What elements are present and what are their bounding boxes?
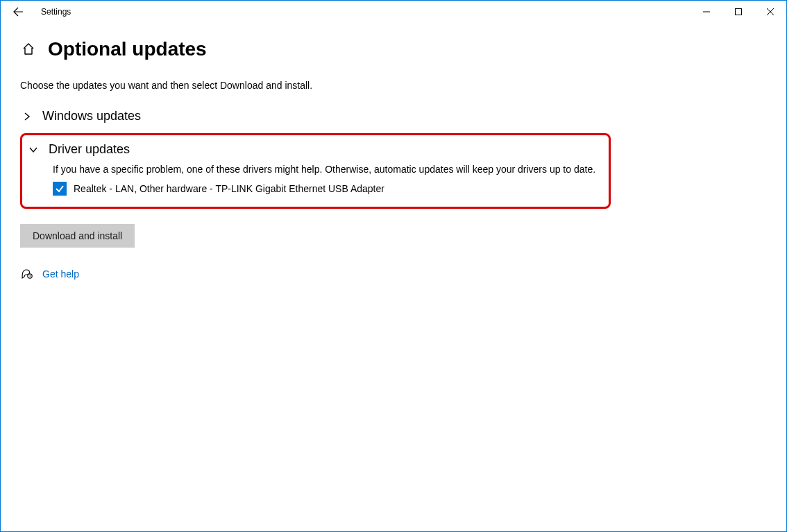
driver-item-row: Realtek - LAN, Other hardware - TP-LINK … [53, 182, 602, 196]
back-button[interactable] [5, 1, 31, 23]
download-install-button[interactable]: Download and install [20, 224, 135, 248]
help-icon [20, 267, 34, 281]
section-driver-updates-toggle[interactable]: Driver updates [26, 139, 602, 160]
window-controls [691, 1, 786, 23]
driver-item-checkbox[interactable] [53, 182, 67, 196]
section-windows-updates-title: Windows updates [42, 109, 141, 123]
window-title: Settings [41, 7, 71, 17]
svg-rect-0 [736, 9, 742, 15]
chevron-down-icon [26, 145, 40, 155]
page-header: Optional updates [20, 38, 767, 60]
close-icon [767, 8, 774, 15]
checkmark-icon [55, 184, 65, 194]
titlebar: Settings [1, 1, 786, 23]
content-area: Optional updates Choose the updates you … [1, 23, 786, 281]
minimize-icon [703, 8, 710, 15]
maximize-icon [735, 8, 742, 15]
home-icon [22, 42, 35, 56]
home-button[interactable] [20, 41, 37, 58]
svg-point-2 [30, 277, 31, 278]
maximize-button[interactable] [722, 1, 754, 23]
section-windows-updates-toggle[interactable]: Windows updates [20, 106, 767, 126]
section-windows-updates: Windows updates [20, 106, 767, 126]
help-row: Get help [20, 267, 767, 281]
arrow-left-icon [12, 6, 24, 17]
settings-window: Settings Optional updates Choose the upd… [0, 0, 787, 532]
section-driver-updates-title: Driver updates [49, 142, 130, 157]
page-title: Optional updates [48, 38, 207, 60]
driver-item-label: Realtek - LAN, Other hardware - TP-LINK … [74, 183, 384, 194]
get-help-link[interactable]: Get help [42, 268, 79, 280]
driver-updates-description: If you have a specific problem, one of t… [53, 164, 602, 175]
highlighted-driver-updates: Driver updates If you have a specific pr… [20, 133, 611, 209]
page-instruction: Choose the updates you want and then sel… [20, 80, 767, 91]
minimize-button[interactable] [691, 1, 722, 23]
chevron-right-icon [20, 112, 34, 121]
close-button[interactable] [754, 1, 786, 23]
